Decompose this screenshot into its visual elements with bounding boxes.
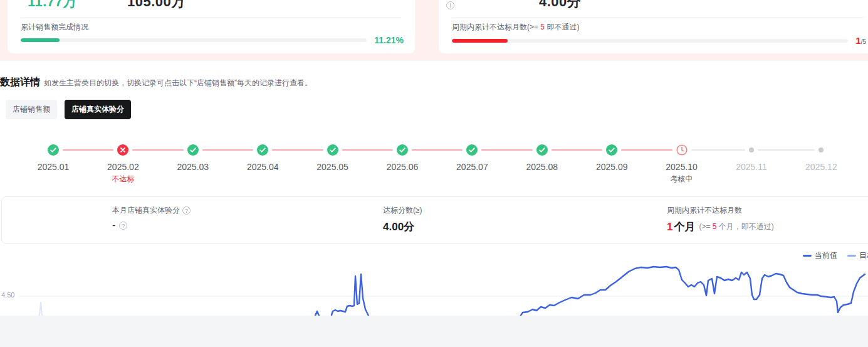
sales-current-value: 11.77万 (28, 0, 77, 11)
sales-progress: 11.21% (21, 35, 404, 45)
timeline-month-label: 2025.06 (368, 162, 437, 172)
seller-assessment-dashboard: 11.77万 105.00万 累计销售额完成情况 11.21% i 4.00分 … (0, 0, 868, 347)
target-score-label: 达标分数(≥) (383, 205, 422, 216)
timeline-month-label: 2025.04 (228, 162, 297, 172)
card-divider (452, 17, 864, 18)
fail-months-note: (>= 5 个月，即不通过) (699, 222, 773, 232)
timeline-connector (342, 149, 393, 151)
timeline-month-2025.06[interactable]: 2025.06 (368, 141, 437, 172)
card-divider (21, 17, 401, 18)
assessment-month-timeline: 2025.012025.02不达标2025.032025.042025.0520… (0, 141, 868, 188)
timeline-month-2025.12[interactable]: 2025.12 (787, 141, 855, 172)
progress-fill (21, 38, 60, 42)
future-dot-icon (818, 147, 824, 152)
timeline-month-label: 2025.01 (19, 162, 88, 172)
timeline-month-2025.10[interactable]: 2025.10考核中 (647, 141, 716, 184)
timeline-month-label: 2025.02 (88, 162, 157, 172)
timeline-connector (412, 149, 463, 151)
timeline-month-2025.01[interactable]: 2025.01 (19, 141, 88, 172)
sales-target-value: 105.00万 (127, 0, 186, 11)
timeline-month-2025.11[interactable]: 2025.11 (717, 141, 786, 172)
timeline-month-2025.09[interactable]: 2025.09 (577, 141, 646, 172)
timeline-month-2025.04[interactable]: 2025.04 (228, 141, 297, 172)
timeline-month-label: 2025.07 (437, 162, 506, 172)
current-score-label: 本月店铺真实体验分 (112, 205, 180, 216)
timeline-month-label: 2025.12 (787, 162, 855, 172)
timeline-month-label: 2025.09 (577, 162, 646, 172)
timeline-month-note: 考核中 (647, 174, 716, 184)
timeline-connector (272, 149, 323, 151)
progress-track (21, 38, 367, 42)
fail-months-fraction: 1/5 (855, 35, 866, 46)
tab-store-experience-score[interactable]: 店铺真实体验分 (65, 100, 131, 119)
data-detail-tabs: 店铺销售额 店铺真实体验分 (6, 100, 131, 119)
timeline-connector (63, 149, 113, 151)
score-progress-label: 周期内累计不达标月数(>= 5 即不通过) (452, 22, 579, 33)
fail-months-label: 周期内累计不达标月数 (667, 205, 742, 216)
timeline-connector (621, 149, 672, 151)
sales-progress-percent: 11.21% (374, 35, 404, 45)
timeline-connector (481, 149, 532, 151)
fail-months-progress: 1/5 (452, 35, 866, 46)
timeline-connector (132, 149, 183, 151)
current-score-value: - (112, 220, 115, 231)
section-subtitle: 如发生主营类目的切换，切换记录可点击以下“店铺销售额”每天的记录进行查看。 (44, 78, 312, 88)
sales-progress-label: 累计销售额完成情况 (21, 22, 88, 33)
data-detail-section-head: 数据详情 如发生主营类目的切换，切换记录可点击以下“店铺销售额”每天的记录进行查… (0, 76, 312, 89)
score-target-value: 4.00分 (539, 0, 581, 11)
progress-track (452, 39, 848, 43)
timeline-month-2025.02[interactable]: 2025.02不达标 (88, 141, 157, 184)
help-icon[interactable]: ? (182, 206, 191, 215)
timeline-connector (758, 149, 815, 151)
tab-store-sales[interactable]: 店铺销售额 (6, 100, 57, 119)
timeline-connector (552, 149, 602, 151)
timeline-month-2025.08[interactable]: 2025.08 (508, 141, 577, 172)
timeline-month-label: 2025.11 (717, 162, 786, 172)
timeline-month-label: 2025.03 (159, 162, 227, 172)
score-summary-card: i 4.00分 周期内累计不达标月数(>= 5 即不通过) 1/5 (439, 0, 868, 53)
sales-summary-card: 11.77万 105.00万 累计销售额完成情况 11.21% (8, 0, 415, 53)
timeline-month-2025.03[interactable]: 2025.03 (159, 141, 227, 172)
timeline-month-label: 2025.08 (508, 162, 577, 172)
help-icon[interactable]: ? (119, 222, 127, 230)
section-title: 数据详情 (0, 76, 40, 89)
month-detail-card: 本月店铺真实体验分? -? 达标分数(≥) 4.00分 周期内累计不达标月数 1… (1, 196, 868, 244)
timeline-month-2025.05[interactable]: 2025.05 (298, 141, 367, 172)
timeline-connector (202, 149, 253, 151)
timeline-connector (691, 149, 745, 151)
target-score-value: 4.00分 (383, 220, 414, 234)
summary-panel: 11.77万 105.00万 累计销售额完成情况 11.21% i 4.00分 … (0, 0, 868, 61)
timeline-month-label: 2025.05 (298, 162, 367, 172)
progress-fill (452, 39, 508, 43)
info-icon[interactable]: i (446, 1, 454, 9)
timeline-month-label: 2025.10 (647, 162, 716, 172)
experience-score-line-chart (0, 248, 868, 316)
page-background-strip (0, 316, 868, 347)
timeline-month-2025.07[interactable]: 2025.07 (437, 141, 506, 172)
fail-months-value: 1 (667, 221, 672, 233)
timeline-month-note: 不达标 (88, 174, 157, 184)
future-dot-icon (749, 147, 754, 152)
